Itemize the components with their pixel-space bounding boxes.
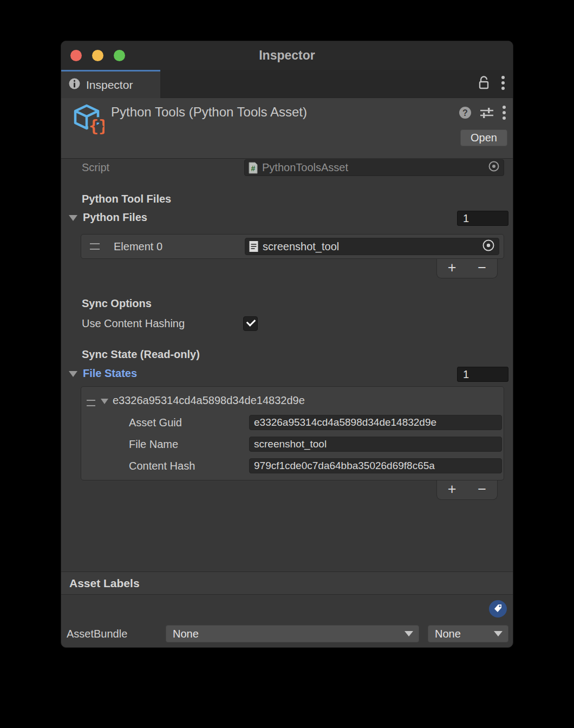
window-title: Inspector [61,41,513,70]
file-name-value: screenshot_tool [254,438,327,450]
file-name-label: File Name [129,438,178,451]
assetbundle-dropdown-value: None [173,628,199,640]
asset-title: Python Tools (Python Tools Asset) [111,105,307,120]
object-picker-icon[interactable] [488,160,500,175]
add-element-button[interactable]: + [437,259,467,278]
svg-text:?: ? [462,108,468,118]
asset-labels-section-header[interactable]: Asset Labels [61,571,513,595]
python-files-foldout-icon[interactable] [69,213,77,223]
asset-header: {} Python Tools (Python Tools Asset) ? O… [61,98,513,159]
python-files-array-label[interactable]: Python Files [83,211,147,224]
scriptable-object-icon: {} [72,102,105,137]
file-states-array-label[interactable]: File States [83,367,137,380]
remove-element-button[interactable]: − [467,480,498,499]
svg-text:{}: {} [89,116,105,135]
assetbundle-variant-value: None [435,628,461,640]
asset-guid-value: e3326a95314cd4a5898d34de14832d9e [254,417,436,428]
sync-options-section-header: Sync Options [82,297,152,310]
assetbundle-label: AssetBundle [67,628,127,640]
tab-inspector-label: Inspector [86,79,133,92]
element-object-field[interactable]: screenshot_tool [245,238,499,255]
lock-open-icon[interactable] [478,76,490,92]
add-element-button[interactable]: + [437,480,467,499]
assetbundle-variant-dropdown[interactable]: None [428,625,508,642]
script-object-field[interactable]: # PythonToolsAsset [244,159,504,176]
python-files-count-field[interactable]: 1 [457,211,508,226]
asset-labels-title: Asset Labels [69,577,140,590]
drag-handle-icon[interactable] [87,399,95,408]
file-state-foldout-icon[interactable] [101,396,108,406]
element-label: Element 0 [114,240,162,253]
checkmark-icon [246,317,256,327]
python-tool-files-section-header: Python Tool Files [82,193,171,205]
element-field-value: screenshot_tool [263,240,339,253]
script-field-value: PythonToolsAsset [262,161,348,174]
python-files-element-row[interactable]: Element 0 screenshot_tool [81,235,504,258]
inspector-window: Inspector Inspector [61,41,513,648]
csharp-script-icon: # [248,162,258,174]
content-hash-field[interactable]: 979cf1cde0c7da64bba35026d69f8c65a [249,458,502,473]
file-states-array-footer: + − [436,480,498,500]
script-label: Script [82,161,109,174]
asset-guid-field[interactable]: e3326a95314cd4a5898d34de14832d9e [249,415,502,430]
file-state-entry-title[interactable]: e3326a95314cd4a5898d34de14832d9e [113,394,305,407]
file-name-field[interactable]: screenshot_tool [249,437,502,452]
asset-label-tag-button[interactable] [489,600,507,618]
info-icon [68,77,81,92]
screen: Inspector Inspector [0,0,574,728]
chevron-down-icon [405,631,413,636]
window-titlebar[interactable]: Inspector [61,41,513,70]
file-states-foldout-icon[interactable] [69,369,77,379]
assetbundle-dropdown[interactable]: None [166,625,419,642]
file-states-count-field[interactable]: 1 [457,367,508,382]
sync-state-section-header: Sync State (Read-only) [82,348,200,361]
tag-icon [493,603,503,615]
drag-handle-icon[interactable] [90,243,100,250]
help-icon[interactable]: ? [459,106,472,121]
svg-text:#: # [251,164,256,172]
python-files-list-box: Element 0 screenshot_tool [81,234,504,259]
tab-inspector[interactable]: Inspector [61,70,160,98]
content-hash-value: 979cf1cde0c7da64bba35026d69f8c65a [254,460,435,472]
python-files-array-footer: + − [436,259,498,278]
content-hash-label: Content Hash [129,460,195,472]
chevron-down-icon [494,631,503,636]
file-states-list-box: e3326a95314cd4a5898d34de14832d9e Asset G… [81,386,504,480]
remove-element-button[interactable]: − [467,259,498,278]
tab-strip: Inspector [61,70,513,98]
text-asset-icon [249,240,259,252]
presets-icon[interactable] [480,106,494,121]
object-picker-icon[interactable] [482,239,495,255]
kebab-menu-icon[interactable] [501,75,505,93]
open-button[interactable]: Open [460,129,507,146]
kebab-menu-icon[interactable] [502,105,506,122]
use-content-hashing-checkbox[interactable] [243,316,258,331]
asset-guid-label: Asset Guid [129,417,182,429]
